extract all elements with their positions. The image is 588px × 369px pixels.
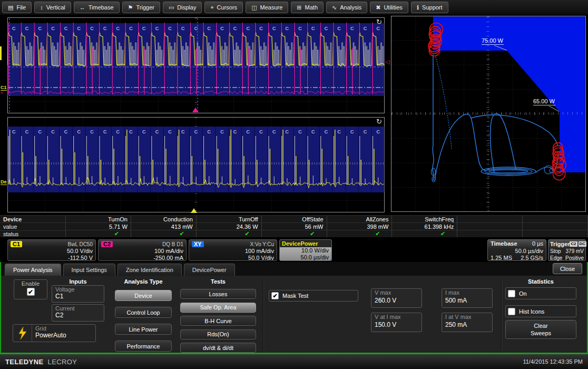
trigger-title: Trigger (550, 241, 570, 247)
option-button[interactable]: Losses (180, 289, 256, 299)
voltage-input-field[interactable]: Voltage C1 (52, 285, 104, 303)
svg-text:C: C (220, 26, 224, 31)
menu-item[interactable]: ℹ Support (411, 2, 448, 13)
limit-value: 260.0 V (375, 297, 418, 304)
menu-item[interactable]: ⚑ Trigger (122, 2, 160, 13)
menu-item[interactable]: ▤ File (2, 2, 32, 13)
c1-info: BwL DC50 (68, 241, 93, 247)
c2-scale: 100 mA/div (101, 248, 183, 255)
trigger-time-marker[interactable] (191, 208, 197, 213)
menu-item[interactable]: ▭ Display (163, 2, 202, 13)
clear-sweeps-line1: Clear (506, 322, 576, 329)
enable-checkbox[interactable]: ✔ (27, 288, 35, 296)
svg-text:C: C (155, 26, 159, 31)
enable-control[interactable]: Enable ✔ (14, 279, 47, 299)
measure-column[interactable]: SwitchFreq 61.398 kHz ✔ (392, 216, 457, 237)
menu-item[interactable]: ⊞ Math (291, 2, 324, 13)
statistics-on-control[interactable]: On (505, 287, 576, 299)
measure-column[interactable] (457, 216, 523, 237)
trigger-source-badge: C2 (570, 241, 577, 247)
descriptor-devicepower[interactable]: DevicePower 10.0 W/div 50.0 µs/div (279, 239, 332, 261)
dialog-tab[interactable]: Zone Identification (117, 264, 182, 276)
menu-item[interactable]: ↕ Vertical (34, 2, 71, 13)
cursor-position-marker[interactable] (192, 108, 199, 112)
rotate-grid-icon[interactable]: ↻ (376, 18, 382, 25)
option-button[interactable]: B-H Curve (180, 316, 256, 326)
menu-item[interactable]: ∿ Analysis (326, 2, 367, 13)
timebase-descriptor[interactable]: Timebase0 µs 50.0 µs/div 1.25 MS2.5 GS/s (487, 239, 546, 261)
measure-value: 24.36 W (197, 223, 261, 230)
option-button[interactable]: Performance (115, 341, 172, 352)
limit-field[interactable]: I max 500 mA (442, 288, 493, 308)
menu-item[interactable]: ↔ Timebase (74, 2, 120, 13)
svg-text:C: C (155, 129, 159, 134)
limit-field[interactable]: V at I max 150.0 V (371, 313, 422, 332)
dialog-tab[interactable]: Input Settings (63, 264, 115, 276)
vertical-icon: ↕ (40, 4, 43, 11)
xy-soa-plot[interactable]: 75.00 W65.00 W (391, 16, 586, 212)
option-button[interactable]: Line Power (115, 324, 172, 335)
rotate-grid-icon[interactable]: ↻ (376, 118, 382, 125)
trace-label-devicepower[interactable]: De (1, 179, 7, 185)
menu-item[interactable]: ⌖ Cursors (204, 2, 243, 13)
mask-test-control[interactable]: ✔ Mask Test (269, 290, 358, 302)
trigger-kind: Edge (550, 255, 562, 261)
svg-text:C: C (181, 26, 185, 31)
menu-item-label: Cursors (217, 4, 238, 11)
menu-item[interactable]: ◫ Measure (246, 2, 288, 13)
svg-text:C: C (350, 26, 354, 31)
option-button[interactable]: Rds(On) (180, 329, 256, 339)
svg-text:C: C (103, 129, 107, 134)
option-button[interactable]: dv/dt & di/dt (180, 343, 256, 353)
close-button[interactable]: Close (553, 263, 582, 274)
option-button[interactable]: Control Loop (115, 307, 172, 318)
menu-item[interactable]: ✖ Utilities (370, 2, 408, 13)
measure-column[interactable]: OffState 56 mW ✔ (262, 216, 327, 237)
measure-value: 398 mW (327, 223, 392, 230)
hist-icons-control[interactable]: Hist Icons (505, 305, 576, 317)
channel-descriptor-c2[interactable]: C2DQ B D1 100 mA/div -250.00 mA (98, 239, 187, 261)
voltage-label: Voltage (55, 286, 101, 293)
power-analysis-dialog: Power Analysis Input Settings Zone Ident… (0, 262, 588, 354)
mask-test-checkbox[interactable]: ✔ (271, 292, 279, 299)
limit-field[interactable]: I at V max 250 mA (442, 313, 493, 332)
dialog-tab-bar: Power Analysis Input Settings Zone Ident… (1, 262, 587, 276)
svg-text:C: C (12, 26, 16, 31)
xy-badge: XY (192, 241, 204, 247)
svg-text:C: C (181, 129, 185, 134)
mask-test-label: Mask Test (282, 293, 308, 299)
datetime: 11/4/2015 12:43:35 PM (523, 358, 583, 365)
bottom-waveform-grid[interactable]: CCCCCCCCCCCCCCCCCCCCCCCCCCCCC (7, 117, 385, 212)
menu-item-label: Vertical (46, 4, 65, 11)
measure-status-check: ✔ (327, 230, 392, 237)
dialog-tab[interactable]: Power Analysis (5, 264, 61, 276)
top-waveform-grid[interactable]: CCCCCCCCCCCCCCCCCCCCCCCCCCCCC (7, 17, 385, 113)
limit-field[interactable]: V max 260.0 V (371, 288, 422, 308)
channel-descriptor-xy[interactable]: XYX:Vo Y:Cu 100 mA/div 50.0 V/div (189, 239, 277, 261)
grid-value: PowerAuto (35, 332, 66, 339)
svg-text:C: C (364, 129, 367, 134)
grid-mode-field[interactable]: Grid PowerAuto (13, 324, 96, 342)
option-button[interactable]: Safe Op. Area (180, 303, 256, 313)
trigger-descriptor[interactable]: TriggerC2DC Stop379 mV EdgePositive (548, 239, 586, 261)
statistics-on-checkbox[interactable] (508, 290, 515, 297)
current-input-field[interactable]: Current C2 (52, 304, 104, 322)
hist-icons-checkbox[interactable] (508, 308, 515, 315)
waveform-area: CCCCCCCCCCCCCCCCCCCCCCCCCCCCC CCCCCCCCCC… (0, 15, 588, 215)
clear-sweeps-button[interactable]: Clear Sweeps (505, 320, 576, 339)
measure-column[interactable]: Conduction 413 mW ✔ (131, 216, 197, 237)
timebase-title: Timebase (491, 240, 517, 248)
measure-column[interactable]: TurnOff 24.36 W ✔ (197, 216, 262, 237)
display-icon: ▭ (169, 4, 174, 11)
channel-position-bar[interactable] (0, 46, 2, 60)
limit-value: 250 mA (445, 321, 489, 328)
trigger-level-arrow-icon[interactable]: ◁ (385, 59, 389, 65)
current-label: Current (55, 305, 101, 312)
measure-column[interactable]: TurnOn 5.71 W ✔ (66, 216, 131, 237)
brand-teledyne: TELEDYNE (5, 358, 44, 366)
dialog-tab[interactable]: DevicePower (184, 264, 235, 276)
measure-column[interactable] (523, 216, 588, 237)
option-button[interactable]: Device (115, 290, 172, 301)
measure-column[interactable]: AllZones 398 mW ✔ (327, 216, 393, 237)
channel-descriptor-c1[interactable]: C1BwL DC50 50.0 V/div -112.50 V (7, 239, 96, 261)
